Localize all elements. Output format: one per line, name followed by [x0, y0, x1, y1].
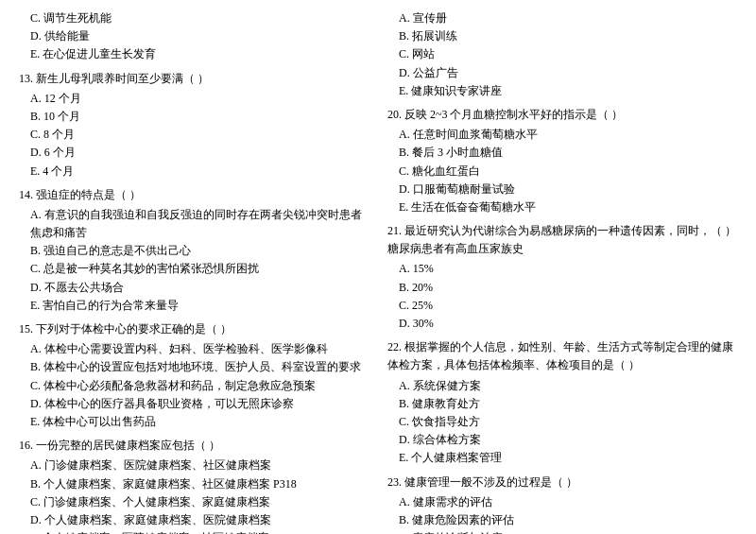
question-block: 21. 最近研究认为代谢综合为易感糖尿病的一种遗传因素，同时，（ ）糖尿病患者有… — [387, 222, 737, 333]
option: C. 25% — [387, 297, 737, 315]
option: C. 调节生死机能 — [19, 9, 369, 27]
left-column: C. 调节生死机能D. 供给能量E. 在心促进儿童生长发育13. 新生儿母乳喂养… — [19, 9, 369, 534]
option: E. 在心促进儿童生长发育 — [19, 45, 369, 63]
option: C. 疾病的诊断与治疗 — [387, 529, 737, 534]
question-block: 13. 新生儿母乳喂养时间至少要满（ ）A. 12 个月B. 10 个月C. 8… — [19, 70, 369, 181]
option: C. 总是被一种莫名其妙的害怕紧张恐惧所困扰 — [19, 260, 369, 278]
question-block: 22. 根据掌握的个人信息，如性别、年龄、生活方式等制定合理的健康体检方案，具体… — [387, 338, 737, 467]
option: B. 餐后 3 小时血糖值 — [387, 144, 737, 162]
option: A. 健康需求的评估 — [387, 493, 737, 511]
question-title: 22. 根据掌握的个人信息，如性别、年龄、生活方式等制定合理的健康体检方案，具体… — [387, 338, 737, 374]
question-title: 13. 新生儿母乳喂养时间至少要满（ ） — [19, 70, 369, 88]
question-block: 14. 强迫症的特点是（ ）A. 有意识的自我强迫和自我反强迫的同时存在两者尖锐… — [19, 186, 369, 315]
question-block: A. 宣传册B. 拓展训练C. 网站D. 公益广告E. 健康知识专家讲座 — [387, 9, 737, 100]
option: E. 生活在低奋奋葡萄糖水平 — [387, 198, 737, 216]
option: A. 15% — [387, 260, 737, 278]
option: D. 综合体检方案 — [387, 431, 737, 449]
option: A. 体检中心需要设置内科、妇科、医学检验科、医学影像科 — [19, 340, 369, 358]
right-column: A. 宣传册B. 拓展训练C. 网站D. 公益广告E. 健康知识专家讲座20. … — [387, 9, 737, 534]
question-block: C. 调节生死机能D. 供给能量E. 在心促进儿童生长发育 — [19, 9, 369, 64]
option: E. 健康知识专家讲座 — [387, 82, 737, 100]
option: E. 害怕自己的行为合常来量导 — [19, 297, 369, 315]
option: B. 健康教育处方 — [387, 395, 737, 413]
option: C. 饮食指导处方 — [387, 413, 737, 431]
option: A. 门诊健康档案、医院健康档案、社区健康档案 — [19, 456, 369, 474]
option: B. 体检中心的设置应包括对地地环境、医护人员、科室设置的要求 — [19, 358, 369, 376]
option: C. 体检中心必须配备急救器材和药品，制定急救应急预案 — [19, 377, 369, 395]
question-title: 15. 下列对于体检中心的要求正确的是（ ） — [19, 320, 369, 338]
option: B. 20% — [387, 279, 737, 297]
question-title: 23. 健康管理一般不涉及的过程是（ ） — [387, 474, 737, 491]
page-container: C. 调节生死机能D. 供给能量E. 在心促进儿童生长发育13. 新生儿母乳喂养… — [19, 9, 737, 534]
option: A. 有意识的自我强迫和自我反强迫的同时存在两者尖锐冲突时患者焦虑和痛苦 — [19, 206, 369, 242]
option: D. 不愿去公共场合 — [19, 279, 369, 297]
question-title: 14. 强迫症的特点是（ ） — [19, 186, 369, 204]
option: C. 网站 — [387, 45, 737, 63]
option: A. 任意时间血浆葡萄糖水平 — [387, 126, 737, 144]
option: E. 体检中心可以出售药品 — [19, 413, 369, 431]
question-block: 15. 下列对于体检中心的要求正确的是（ ）A. 体检中心需要设置内科、妇科、医… — [19, 320, 369, 431]
option: A. 系统保健方案 — [387, 377, 737, 395]
option: D. 30% — [387, 315, 737, 333]
option: D. 体检中心的医疗器具备职业资格，可以无照床诊察 — [19, 395, 369, 413]
option: E. 个人健康档案管理 — [387, 449, 737, 467]
option: E. 个人健康档案、医院健康档案、社区健康档案 — [19, 529, 369, 534]
question-title: 16. 一份完整的居民健康档案应包括（ ） — [19, 437, 369, 455]
option: D. 供给能量 — [19, 27, 369, 45]
option: D. 6 个月 — [19, 144, 369, 162]
question-block: 16. 一份完整的居民健康档案应包括（ ）A. 门诊健康档案、医院健康档案、社区… — [19, 437, 369, 534]
question-block: 20. 反映 2~3 个月血糖控制水平好的指示是（ ）A. 任意时间血浆葡萄糖水… — [387, 106, 737, 216]
question-title: 20. 反映 2~3 个月血糖控制水平好的指示是（ ） — [387, 106, 737, 124]
question-block: 23. 健康管理一般不涉及的过程是（ ）A. 健康需求的评估B. 健康危险因素的… — [387, 474, 737, 535]
option: B. 强迫自己的意志是不供出己心 — [19, 242, 369, 260]
option: B. 10 个月 — [19, 108, 369, 126]
question-title: 21. 最近研究认为代谢综合为易感糖尿病的一种遗传因素，同时，（ ）糖尿病患者有… — [387, 222, 737, 258]
option: A. 宣传册 — [387, 9, 737, 27]
option: D. 个人健康档案、家庭健康档案、医院健康档案 — [19, 511, 369, 529]
option: B. 个人健康档案、家庭健康档案、社区健康档案 P318 — [19, 475, 369, 493]
option: C. 糖化血红蛋白 — [387, 163, 737, 181]
option: D. 公益广告 — [387, 64, 737, 82]
option: E. 4 个月 — [19, 163, 369, 181]
option: B. 健康危险因素的评估 — [387, 511, 737, 529]
option: C. 门诊健康档案、个人健康档案、家庭健康档案 — [19, 493, 369, 511]
option: B. 拓展训练 — [387, 27, 737, 45]
option: D. 口服葡萄糖耐量试验 — [387, 181, 737, 198]
option: A. 12 个月 — [19, 90, 369, 108]
option: C. 8 个月 — [19, 126, 369, 144]
